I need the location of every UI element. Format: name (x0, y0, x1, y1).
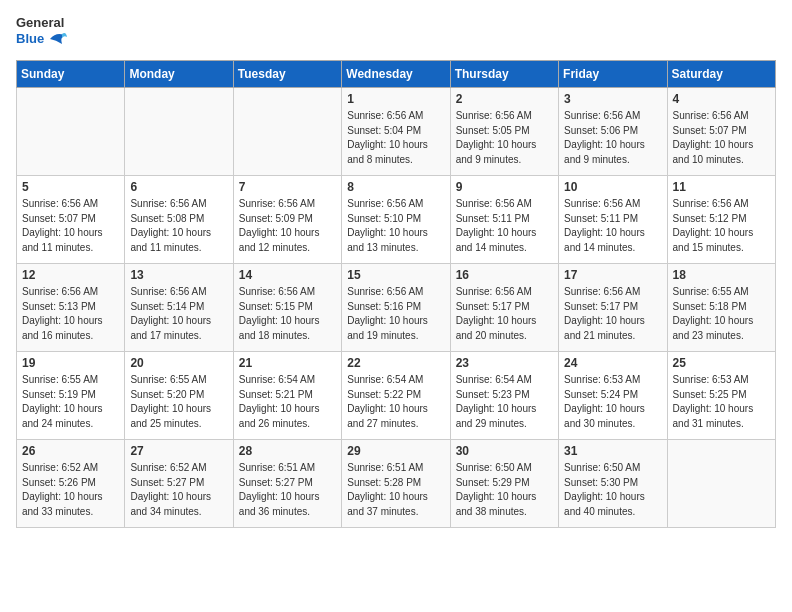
week-row-2: 5 Sunrise: 6:56 AM Sunset: 5:07 PM Dayli… (17, 176, 776, 264)
day-info: Sunrise: 6:50 AM Sunset: 5:30 PM Dayligh… (564, 461, 661, 519)
day-number: 21 (239, 356, 336, 370)
weekday-header-tuesday: Tuesday (233, 61, 341, 88)
day-info: Sunrise: 6:53 AM Sunset: 5:24 PM Dayligh… (564, 373, 661, 431)
page-header: General Blue (16, 16, 776, 48)
day-info: Sunrise: 6:56 AM Sunset: 5:13 PM Dayligh… (22, 285, 119, 343)
calendar-cell (233, 88, 341, 176)
day-info: Sunrise: 6:50 AM Sunset: 5:29 PM Dayligh… (456, 461, 553, 519)
calendar-cell: 7 Sunrise: 6:56 AM Sunset: 5:09 PM Dayli… (233, 176, 341, 264)
calendar-cell (125, 88, 233, 176)
week-row-5: 26 Sunrise: 6:52 AM Sunset: 5:26 PM Dayl… (17, 440, 776, 528)
day-number: 31 (564, 444, 661, 458)
day-info: Sunrise: 6:52 AM Sunset: 5:26 PM Dayligh… (22, 461, 119, 519)
day-number: 11 (673, 180, 770, 194)
calendar-cell: 5 Sunrise: 6:56 AM Sunset: 5:07 PM Dayli… (17, 176, 125, 264)
day-info: Sunrise: 6:56 AM Sunset: 5:12 PM Dayligh… (673, 197, 770, 255)
day-number: 29 (347, 444, 444, 458)
calendar-cell: 27 Sunrise: 6:52 AM Sunset: 5:27 PM Dayl… (125, 440, 233, 528)
weekday-header-saturday: Saturday (667, 61, 775, 88)
day-info: Sunrise: 6:56 AM Sunset: 5:10 PM Dayligh… (347, 197, 444, 255)
day-number: 12 (22, 268, 119, 282)
calendar-cell: 15 Sunrise: 6:56 AM Sunset: 5:16 PM Dayl… (342, 264, 450, 352)
calendar-cell: 14 Sunrise: 6:56 AM Sunset: 5:15 PM Dayl… (233, 264, 341, 352)
weekday-header-monday: Monday (125, 61, 233, 88)
calendar-cell: 2 Sunrise: 6:56 AM Sunset: 5:05 PM Dayli… (450, 88, 558, 176)
calendar-cell (667, 440, 775, 528)
day-info: Sunrise: 6:56 AM Sunset: 5:08 PM Dayligh… (130, 197, 227, 255)
calendar-cell: 9 Sunrise: 6:56 AM Sunset: 5:11 PM Dayli… (450, 176, 558, 264)
calendar-cell: 29 Sunrise: 6:51 AM Sunset: 5:28 PM Dayl… (342, 440, 450, 528)
logo-general: General (16, 16, 68, 30)
day-number: 24 (564, 356, 661, 370)
calendar-cell: 21 Sunrise: 6:54 AM Sunset: 5:21 PM Dayl… (233, 352, 341, 440)
day-number: 15 (347, 268, 444, 282)
day-number: 22 (347, 356, 444, 370)
day-number: 4 (673, 92, 770, 106)
day-number: 13 (130, 268, 227, 282)
day-info: Sunrise: 6:54 AM Sunset: 5:23 PM Dayligh… (456, 373, 553, 431)
day-number: 9 (456, 180, 553, 194)
day-number: 17 (564, 268, 661, 282)
calendar-cell: 8 Sunrise: 6:56 AM Sunset: 5:10 PM Dayli… (342, 176, 450, 264)
day-number: 18 (673, 268, 770, 282)
calendar-cell: 26 Sunrise: 6:52 AM Sunset: 5:26 PM Dayl… (17, 440, 125, 528)
day-info: Sunrise: 6:55 AM Sunset: 5:18 PM Dayligh… (673, 285, 770, 343)
calendar-cell: 13 Sunrise: 6:56 AM Sunset: 5:14 PM Dayl… (125, 264, 233, 352)
day-info: Sunrise: 6:52 AM Sunset: 5:27 PM Dayligh… (130, 461, 227, 519)
logo-image: General Blue (16, 16, 68, 48)
day-number: 27 (130, 444, 227, 458)
day-number: 1 (347, 92, 444, 106)
week-row-1: 1 Sunrise: 6:56 AM Sunset: 5:04 PM Dayli… (17, 88, 776, 176)
day-info: Sunrise: 6:53 AM Sunset: 5:25 PM Dayligh… (673, 373, 770, 431)
calendar-cell: 23 Sunrise: 6:54 AM Sunset: 5:23 PM Dayl… (450, 352, 558, 440)
day-info: Sunrise: 6:55 AM Sunset: 5:19 PM Dayligh… (22, 373, 119, 431)
week-row-4: 19 Sunrise: 6:55 AM Sunset: 5:19 PM Dayl… (17, 352, 776, 440)
weekday-header-wednesday: Wednesday (342, 61, 450, 88)
calendar-cell: 20 Sunrise: 6:55 AM Sunset: 5:20 PM Dayl… (125, 352, 233, 440)
day-info: Sunrise: 6:56 AM Sunset: 5:07 PM Dayligh… (22, 197, 119, 255)
logo-blue: Blue (16, 30, 68, 48)
calendar-cell: 10 Sunrise: 6:56 AM Sunset: 5:11 PM Dayl… (559, 176, 667, 264)
week-row-3: 12 Sunrise: 6:56 AM Sunset: 5:13 PM Dayl… (17, 264, 776, 352)
calendar-cell: 22 Sunrise: 6:54 AM Sunset: 5:22 PM Dayl… (342, 352, 450, 440)
day-info: Sunrise: 6:56 AM Sunset: 5:05 PM Dayligh… (456, 109, 553, 167)
calendar-cell: 28 Sunrise: 6:51 AM Sunset: 5:27 PM Dayl… (233, 440, 341, 528)
calendar-cell: 3 Sunrise: 6:56 AM Sunset: 5:06 PM Dayli… (559, 88, 667, 176)
day-info: Sunrise: 6:56 AM Sunset: 5:04 PM Dayligh… (347, 109, 444, 167)
calendar-cell: 25 Sunrise: 6:53 AM Sunset: 5:25 PM Dayl… (667, 352, 775, 440)
day-number: 16 (456, 268, 553, 282)
calendar-cell: 11 Sunrise: 6:56 AM Sunset: 5:12 PM Dayl… (667, 176, 775, 264)
day-info: Sunrise: 6:56 AM Sunset: 5:11 PM Dayligh… (564, 197, 661, 255)
day-number: 3 (564, 92, 661, 106)
calendar-cell: 31 Sunrise: 6:50 AM Sunset: 5:30 PM Dayl… (559, 440, 667, 528)
day-number: 7 (239, 180, 336, 194)
day-info: Sunrise: 6:56 AM Sunset: 5:11 PM Dayligh… (456, 197, 553, 255)
day-number: 23 (456, 356, 553, 370)
day-info: Sunrise: 6:51 AM Sunset: 5:28 PM Dayligh… (347, 461, 444, 519)
day-info: Sunrise: 6:54 AM Sunset: 5:21 PM Dayligh… (239, 373, 336, 431)
weekday-header-thursday: Thursday (450, 61, 558, 88)
day-number: 6 (130, 180, 227, 194)
day-info: Sunrise: 6:55 AM Sunset: 5:20 PM Dayligh… (130, 373, 227, 431)
day-number: 19 (22, 356, 119, 370)
day-info: Sunrise: 6:54 AM Sunset: 5:22 PM Dayligh… (347, 373, 444, 431)
calendar-cell: 12 Sunrise: 6:56 AM Sunset: 5:13 PM Dayl… (17, 264, 125, 352)
day-number: 10 (564, 180, 661, 194)
calendar-table: SundayMondayTuesdayWednesdayThursdayFrid… (16, 60, 776, 528)
day-number: 26 (22, 444, 119, 458)
day-info: Sunrise: 6:56 AM Sunset: 5:15 PM Dayligh… (239, 285, 336, 343)
weekday-header-row: SundayMondayTuesdayWednesdayThursdayFrid… (17, 61, 776, 88)
calendar-cell (17, 88, 125, 176)
calendar-cell: 18 Sunrise: 6:55 AM Sunset: 5:18 PM Dayl… (667, 264, 775, 352)
day-info: Sunrise: 6:56 AM Sunset: 5:16 PM Dayligh… (347, 285, 444, 343)
day-info: Sunrise: 6:56 AM Sunset: 5:17 PM Dayligh… (564, 285, 661, 343)
day-info: Sunrise: 6:56 AM Sunset: 5:17 PM Dayligh… (456, 285, 553, 343)
day-number: 25 (673, 356, 770, 370)
calendar-cell: 16 Sunrise: 6:56 AM Sunset: 5:17 PM Dayl… (450, 264, 558, 352)
calendar-cell: 24 Sunrise: 6:53 AM Sunset: 5:24 PM Dayl… (559, 352, 667, 440)
calendar-cell: 6 Sunrise: 6:56 AM Sunset: 5:08 PM Dayli… (125, 176, 233, 264)
day-info: Sunrise: 6:51 AM Sunset: 5:27 PM Dayligh… (239, 461, 336, 519)
day-number: 8 (347, 180, 444, 194)
day-info: Sunrise: 6:56 AM Sunset: 5:14 PM Dayligh… (130, 285, 227, 343)
calendar-cell: 1 Sunrise: 6:56 AM Sunset: 5:04 PM Dayli… (342, 88, 450, 176)
